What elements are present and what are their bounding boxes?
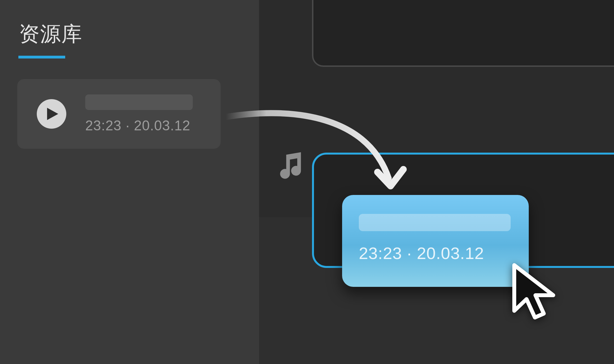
music-note-icon: [276, 150, 306, 181]
editor-area: 23:23 · 20.03.12: [259, 0, 614, 364]
clip-title-placeholder: [85, 94, 193, 110]
clip-title-placeholder: [359, 214, 511, 231]
clip-meta: 23:23 · 20.03.12: [359, 244, 484, 263]
library-audio-card[interactable]: 23:23 · 20.03.12: [17, 79, 221, 149]
cursor-icon: [509, 262, 562, 323]
dragged-audio-clip[interactable]: 23:23 · 20.03.12: [342, 195, 529, 287]
play-icon: [45, 108, 58, 120]
play-button[interactable]: [37, 99, 66, 129]
sidebar-title: 资源库: [19, 20, 82, 48]
preview-panel: [312, 0, 614, 67]
active-tab-underline: [18, 56, 65, 58]
clip-meta: 23:23 · 20.03.12: [85, 118, 190, 134]
library-sidebar: 资源库 23:23 · 20.03.12: [0, 0, 259, 364]
